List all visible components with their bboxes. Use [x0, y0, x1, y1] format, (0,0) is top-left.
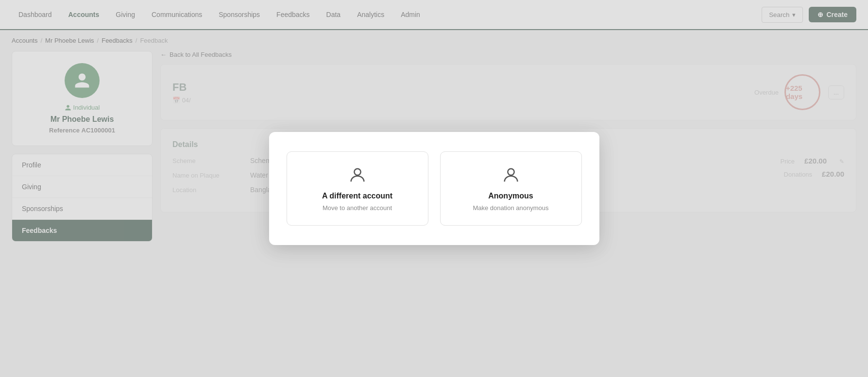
svg-point-0	[354, 169, 360, 175]
modal-option-different-account[interactable]: A different account Move to another acco…	[287, 151, 428, 226]
anonymous-desc: Make donation anonymous	[450, 204, 572, 212]
different-account-desc: Move to another account	[297, 204, 418, 212]
modal: A different account Move to another acco…	[269, 132, 599, 245]
different-account-icon	[348, 165, 367, 185]
anonymous-title: Anonymous	[450, 192, 572, 200]
anonymous-icon	[501, 165, 521, 185]
modal-option-anonymous[interactable]: Anonymous Make donation anonymous	[440, 151, 582, 226]
main-content: Individual Mr Phoebe Lewis Reference AC1…	[0, 51, 868, 377]
svg-point-1	[508, 169, 514, 175]
different-account-title: A different account	[297, 192, 418, 200]
modal-overlay[interactable]: A different account Move to another acco…	[0, 0, 868, 377]
